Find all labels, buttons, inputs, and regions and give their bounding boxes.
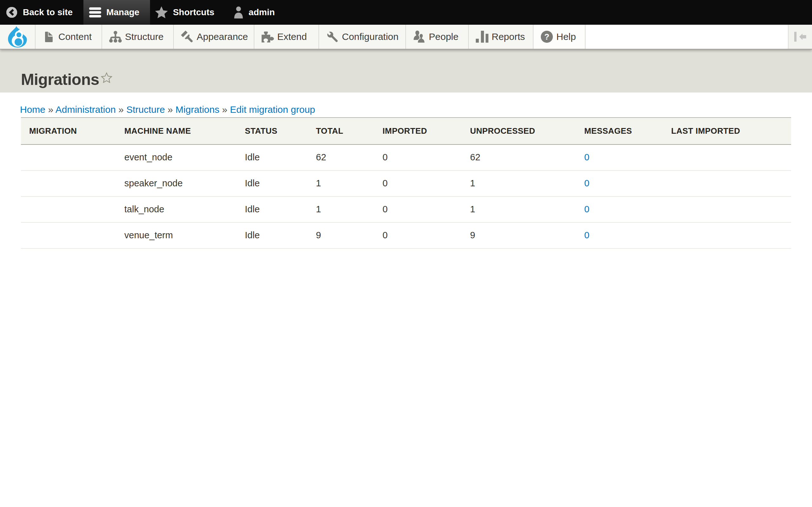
svg-text:?: ? bbox=[544, 32, 549, 42]
